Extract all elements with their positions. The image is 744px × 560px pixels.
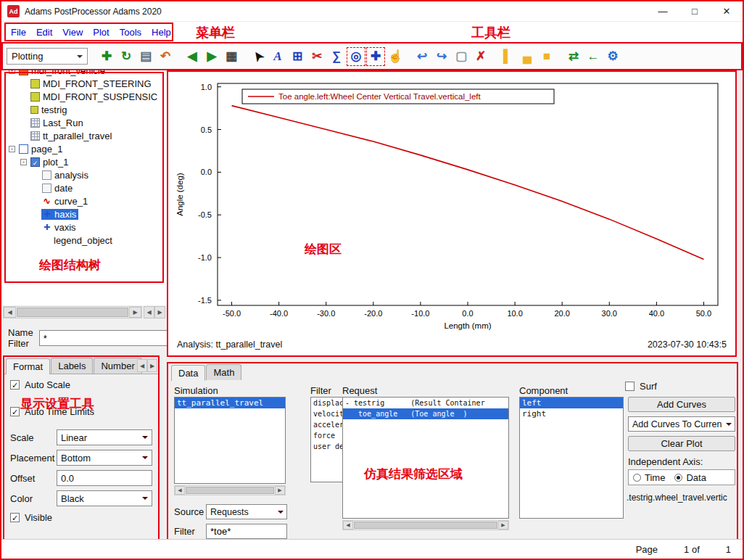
scrollbar-thumb[interactable]: [186, 487, 274, 494]
request-list-hscrollbar[interactable]: ◀ ▶: [342, 520, 509, 530]
filter-input[interactable]: [206, 524, 287, 539]
pane-left-icon[interactable]: ◀: [144, 306, 154, 318]
pan-hand-icon[interactable]: ☝: [386, 47, 405, 66]
view-next-icon[interactable]: ↪: [432, 47, 451, 66]
page-layout-bottom-icon[interactable]: ▄: [518, 47, 537, 66]
menu-tools[interactable]: Tools: [115, 25, 146, 40]
tab-data[interactable]: Data: [171, 365, 205, 381]
menu-help[interactable]: Help: [146, 25, 176, 40]
scroll-right-icon[interactable]: ▶: [129, 307, 141, 318]
filter-list-item[interactable]: accelerat: [311, 419, 343, 430]
menu-edit[interactable]: Edit: [31, 25, 57, 40]
maximize-button[interactable]: □: [679, 1, 711, 21]
auto-time-limits-checkbox[interactable]: ✓: [10, 407, 20, 416]
scrollbar-thumb[interactable]: [354, 522, 497, 529]
tree-item-analysis[interactable]: analysis: [3, 168, 167, 181]
mode-select[interactable]: Plotting: [7, 48, 88, 65]
close-button[interactable]: ✕: [711, 1, 743, 21]
tree-item-mdi_front_suspensic[interactable]: MDI_FRONT_SUSPENSIC: [3, 90, 167, 103]
tree-item-plot_1[interactable]: -plot_1: [3, 155, 167, 168]
print-icon[interactable]: ▤: [136, 47, 155, 66]
sigma-icon[interactable]: ∑: [327, 47, 346, 66]
undo-icon[interactable]: ↶: [156, 47, 175, 66]
tree-item-mdi_front_vehicle[interactable]: -mdi_front_vehicle: [3, 70, 167, 77]
component-list-item[interactable]: right: [520, 408, 623, 419]
tab-format[interactable]: Format: [6, 358, 50, 374]
scrollbar-thumb[interactable]: [17, 308, 128, 317]
tree-item-haxis[interactable]: haxis: [3, 207, 167, 221]
source-select[interactable]: Requests: [206, 504, 287, 519]
settings-gear-icon[interactable]: ⚙: [603, 47, 622, 66]
tree-item-page_1[interactable]: -page_1: [3, 142, 167, 155]
add-mode-select[interactable]: Add Curves To Curren: [628, 416, 735, 432]
clear-plot-button[interactable]: Clear Plot: [628, 436, 735, 451]
filter-list-item[interactable]: displacem: [311, 398, 343, 408]
tree-item-last_run[interactable]: Last_Run: [3, 116, 167, 129]
component-list-item[interactable]: left: [520, 398, 623, 408]
tree-hscrollbar[interactable]: ◀ ▶: [3, 306, 142, 318]
page-layout-left-icon[interactable]: ▌: [498, 47, 517, 66]
first-frame-icon[interactable]: ◀: [183, 47, 202, 66]
filter-list-item[interactable]: user defi: [311, 441, 343, 452]
window-layout-icon[interactable]: ⊞: [288, 47, 307, 66]
filter-list-item[interactable]: force: [311, 430, 343, 441]
reload-icon[interactable]: ↻: [117, 47, 136, 66]
tree-item-date[interactable]: date: [3, 181, 167, 194]
tree-item-legend_object[interactable]: legend_object: [3, 234, 167, 247]
tree-item-curve_1[interactable]: curve_1: [3, 194, 167, 207]
tab-labels[interactable]: Labels: [51, 358, 93, 374]
record-movie-icon[interactable]: ▦: [222, 47, 241, 66]
view-prev-icon[interactable]: ↩: [413, 47, 431, 66]
sim-list-hscrollbar[interactable]: ◀ ▶: [174, 485, 286, 495]
tab-scroll-left-icon[interactable]: ◀: [137, 359, 147, 372]
offset-input[interactable]: 0.0: [57, 470, 152, 486]
scale-select[interactable]: Linear: [57, 429, 152, 445]
tree-item-tt_parallel_travel[interactable]: tt_parallel_travel: [3, 129, 167, 142]
menu-plot[interactable]: Plot: [88, 25, 114, 40]
tab-number[interactable]: Number: [94, 358, 141, 374]
scroll-right-icon[interactable]: ▶: [275, 486, 285, 495]
plot-chart[interactable]: -50.0-40.0-30.0-20.0-10.00.010.020.030.0…: [173, 76, 731, 332]
zoom-select-icon[interactable]: ◎: [347, 47, 365, 66]
pane-right-icon[interactable]: ▶: [154, 306, 165, 318]
component-list[interactable]: leftright: [519, 397, 624, 519]
scroll-left-icon[interactable]: ◀: [343, 521, 353, 530]
expand-toggle-icon[interactable]: -: [9, 146, 15, 152]
minimize-button[interactable]: —: [647, 1, 679, 21]
sim-list-item[interactable]: tt_parallel_travel: [175, 398, 285, 408]
request-list[interactable]: - testrig (Result Container toe_angle (T…: [342, 397, 509, 519]
request-list-item[interactable]: - testrig (Result Container: [343, 398, 508, 408]
color-select[interactable]: Black: [57, 490, 152, 506]
scroll-left-icon[interactable]: ◀: [4, 307, 16, 318]
move-icon[interactable]: ✚: [366, 47, 385, 66]
menu-file[interactable]: File: [6, 25, 31, 40]
scroll-right-icon[interactable]: ▶: [498, 521, 508, 530]
sim-list[interactable]: tt_parallel_travel: [174, 397, 286, 484]
request-list-item[interactable]: toe_angle (Toe angle ): [343, 408, 508, 419]
play-icon[interactable]: ▶: [202, 47, 221, 66]
filter-list-item[interactable]: velocity: [311, 408, 343, 419]
new-page-icon[interactable]: ▢: [452, 47, 471, 66]
expand-toggle-icon[interactable]: -: [20, 159, 27, 165]
tree-item-mdi_front_steering[interactable]: MDI_FRONT_STEERING: [3, 77, 167, 90]
tab-math[interactable]: Math: [206, 364, 241, 380]
font-icon[interactable]: A: [268, 47, 287, 66]
add-curves-button[interactable]: Add Curves: [628, 397, 735, 412]
curve-edit-icon[interactable]: ✂: [307, 47, 326, 66]
new-plot-icon[interactable]: ✚: [97, 47, 116, 66]
tree-item-vaxis[interactable]: vaxis: [3, 221, 167, 234]
surf-checkbox[interactable]: [625, 382, 635, 391]
time-radio[interactable]: [633, 474, 641, 482]
expand-toggle-icon[interactable]: -: [9, 70, 15, 74]
placement-select[interactable]: Bottom: [57, 450, 152, 466]
load-results-icon[interactable]: ←: [584, 47, 603, 66]
visible-checkbox[interactable]: ✓: [10, 513, 20, 522]
name-filter-input[interactable]: [39, 330, 175, 346]
tab-scroll-right-icon[interactable]: ▶: [147, 359, 157, 372]
auto-scale-checkbox[interactable]: ✓: [10, 380, 20, 390]
tree-item-testrig[interactable]: testrig: [3, 103, 167, 116]
delete-page-icon[interactable]: ✗: [471, 47, 490, 66]
scroll-left-icon[interactable]: ◀: [175, 486, 185, 495]
page-layout-full-icon[interactable]: ■: [537, 47, 556, 66]
data-radio[interactable]: [674, 474, 682, 482]
